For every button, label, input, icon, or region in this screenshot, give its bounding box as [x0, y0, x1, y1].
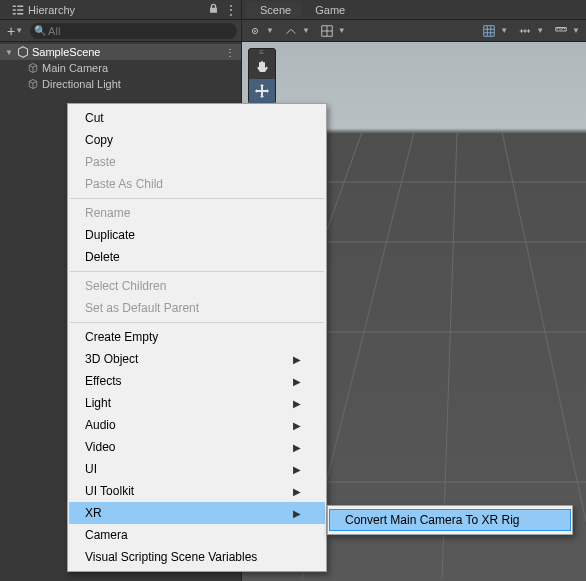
unity-scene-icon — [16, 46, 30, 58]
chevron-down-icon: ▼ — [15, 26, 23, 35]
add-button[interactable]: +▼ — [4, 23, 26, 39]
menu-select-children: Select Children — [69, 275, 325, 297]
menu-copy[interactable]: Copy — [69, 129, 325, 151]
submenu-arrow-icon: ▶ — [293, 508, 301, 519]
scene-tabbar: Scene Game — [242, 0, 586, 20]
gameobject-icon — [26, 62, 40, 74]
svg-line-17 — [502, 132, 586, 522]
hierarchy-toolbar: +▼ 🔍 — [0, 20, 241, 42]
snap-toggle[interactable]: ▼ — [482, 24, 508, 38]
ruler-toggle[interactable]: ▼ — [554, 24, 580, 38]
handle-dropdown[interactable]: ▼ — [284, 24, 310, 38]
hand-tool[interactable] — [249, 55, 275, 79]
svg-rect-0 — [13, 5, 16, 7]
svg-rect-3 — [17, 5, 23, 7]
hierarchy-tab-label: Hierarchy — [28, 4, 75, 16]
tab-scene-label: Scene — [260, 4, 291, 16]
menu-set-default-parent: Set as Default Parent — [69, 297, 325, 319]
menu-separator — [70, 322, 324, 323]
lock-icon[interactable] — [208, 3, 219, 17]
grid-dropdown[interactable]: ▼ — [320, 24, 346, 38]
tab-scene[interactable]: Scene — [246, 2, 301, 18]
menu-separator — [70, 271, 324, 272]
menu-effects[interactable]: Effects▶ — [69, 370, 325, 392]
tree-item-label: Directional Light — [42, 78, 121, 90]
xr-submenu: Convert Main Camera To XR Rig — [327, 505, 573, 535]
expand-arrow-icon[interactable]: ▼ — [4, 48, 14, 57]
menu-convert-camera-xr[interactable]: Convert Main Camera To XR Rig — [329, 509, 571, 531]
menu-duplicate[interactable]: Duplicate — [69, 224, 325, 246]
submenu-arrow-icon: ▶ — [293, 398, 301, 409]
tab-game[interactable]: Game — [301, 2, 355, 18]
menu-audio[interactable]: Audio▶ — [69, 414, 325, 436]
svg-rect-4 — [17, 9, 23, 11]
gameobject-icon — [26, 78, 40, 90]
submenu-arrow-icon: ▶ — [293, 420, 301, 431]
menu-ui[interactable]: UI▶ — [69, 458, 325, 480]
row-menu-icon[interactable]: ⋮ — [225, 47, 235, 58]
submenu-arrow-icon: ▶ — [293, 486, 301, 497]
menu-separator — [70, 198, 324, 199]
menu-paste-as-child: Paste As Child — [69, 173, 325, 195]
hierarchy-tab[interactable]: Hierarchy — [4, 2, 83, 18]
submenu-arrow-icon: ▶ — [293, 354, 301, 365]
viewport-tools: ≡ — [248, 48, 276, 104]
scene-label: SampleScene — [32, 46, 101, 58]
menu-visual-scripting-variables[interactable]: Visual Scripting Scene Variables — [69, 546, 325, 568]
tree-item-label: Main Camera — [42, 62, 108, 74]
menu-xr[interactable]: XR▶ — [69, 502, 325, 524]
hierarchy-tabbar: Hierarchy ⋮ — [0, 0, 241, 20]
menu-cut[interactable]: Cut — [69, 107, 325, 129]
menu-rename: Rename — [69, 202, 325, 224]
move-tool[interactable] — [249, 79, 275, 103]
submenu-arrow-icon: ▶ — [293, 376, 301, 387]
increment-snap[interactable]: ▼ — [518, 24, 544, 38]
svg-rect-2 — [13, 13, 16, 15]
menu-video[interactable]: Video▶ — [69, 436, 325, 458]
menu-camera[interactable]: Camera — [69, 524, 325, 546]
search-icon: 🔍 — [34, 25, 46, 36]
menu-3d-object[interactable]: 3D Object▶ — [69, 348, 325, 370]
menu-ui-toolkit[interactable]: UI Toolkit▶ — [69, 480, 325, 502]
tree-item[interactable]: Directional Light — [0, 76, 241, 92]
menu-paste: Paste — [69, 151, 325, 173]
tree-item[interactable]: Main Camera — [0, 60, 241, 76]
submenu-arrow-icon: ▶ — [293, 464, 301, 475]
scene-row[interactable]: ▼ SampleScene ⋮ — [0, 44, 241, 60]
context-menu: Cut Copy Paste Paste As Child Rename Dup… — [67, 103, 327, 572]
submenu-arrow-icon: ▶ — [293, 442, 301, 453]
menu-create-empty[interactable]: Create Empty — [69, 326, 325, 348]
search-input[interactable] — [30, 23, 237, 39]
scene-toolbar: ▼ ▼ ▼ ▼ ▼ ▼ — [242, 20, 586, 42]
menu-light[interactable]: Light▶ — [69, 392, 325, 414]
tab-game-label: Game — [315, 4, 345, 16]
svg-point-9 — [254, 30, 256, 32]
hierarchy-icon — [12, 4, 24, 16]
menu-delete[interactable]: Delete — [69, 246, 325, 268]
pivot-dropdown[interactable]: ▼ — [248, 24, 274, 38]
panel-menu-icon[interactable]: ⋮ — [225, 3, 237, 17]
svg-rect-5 — [17, 13, 23, 15]
svg-rect-1 — [13, 9, 16, 11]
